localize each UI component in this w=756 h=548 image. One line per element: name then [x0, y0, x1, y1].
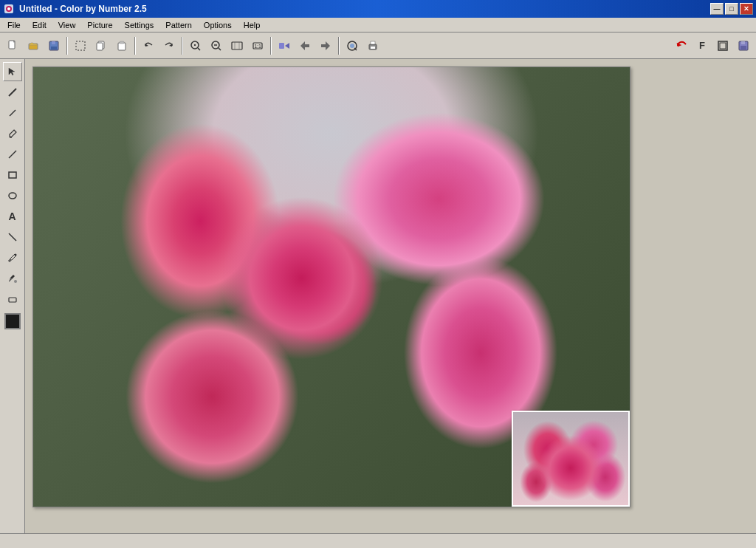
tool-eyedropper[interactable]	[3, 248, 22, 267]
tool-paste[interactable]	[112, 36, 131, 55]
svg-rect-8	[76, 41, 85, 50]
tool-brush[interactable]	[3, 124, 22, 143]
tool-diagonal[interactable]	[3, 227, 22, 247]
separator-4	[270, 37, 272, 55]
undo-red-button[interactable]	[672, 36, 691, 55]
redo-button[interactable]	[159, 36, 179, 55]
separator-3	[182, 37, 183, 55]
separator-2	[134, 37, 136, 55]
title-bar-left: Untitled - Color by Number 2.5	[3, 3, 147, 15]
left-toolbar: A	[0, 59, 25, 533]
save-alt-button[interactable]	[734, 36, 753, 55]
svg-line-47	[9, 233, 16, 241]
menu-edit[interactable]: Edit	[27, 19, 52, 31]
move-left-button[interactable]	[295, 36, 315, 55]
separator-1	[66, 37, 68, 55]
svg-rect-39	[741, 41, 745, 44]
svg-rect-12	[120, 41, 124, 44]
svg-marker-28	[321, 41, 330, 50]
svg-marker-27	[300, 41, 309, 50]
menu-settings[interactable]: Settings	[119, 19, 160, 31]
svg-marker-26	[285, 43, 289, 49]
menu-view[interactable]: View	[52, 19, 82, 31]
svg-rect-10	[97, 43, 103, 50]
tool-rectangle[interactable]	[3, 165, 22, 185]
menu-pattern[interactable]: Pattern	[159, 19, 197, 31]
thumbnail-preview	[512, 411, 630, 507]
zoom-100-button[interactable]: 1:1	[248, 36, 267, 55]
svg-rect-36	[720, 43, 726, 49]
svg-point-2	[7, 7, 10, 10]
tool-dotted-rect[interactable]	[71, 36, 90, 55]
close-button[interactable]: ✕	[740, 3, 753, 15]
save-button[interactable]	[44, 36, 63, 55]
svg-line-44	[9, 151, 16, 158]
canvas-container	[32, 66, 630, 507]
print-button[interactable]	[363, 36, 382, 55]
svg-rect-33	[371, 41, 375, 44]
svg-point-49	[14, 280, 17, 283]
zoom-in-button[interactable]	[186, 36, 205, 55]
zoom-rect-button[interactable]	[227, 36, 247, 55]
svg-line-19	[219, 48, 221, 50]
svg-rect-34	[371, 47, 375, 49]
svg-rect-20	[232, 42, 242, 49]
svg-rect-50	[9, 298, 16, 302]
menu-help[interactable]: Help	[238, 19, 267, 31]
menu-file[interactable]: File	[1, 19, 27, 31]
svg-rect-11	[118, 43, 126, 50]
tool-eraser[interactable]	[3, 290, 22, 309]
title-text: Untitled - Color by Number 2.5	[19, 4, 147, 14]
svg-line-16	[198, 48, 200, 50]
main-canvas[interactable]	[32, 66, 630, 507]
tool-text[interactable]: A	[3, 207, 22, 226]
minimize-button[interactable]: —	[710, 3, 724, 15]
select-all-button[interactable]	[275, 36, 294, 55]
new-button[interactable]	[3, 36, 22, 55]
zoom-fit-button[interactable]	[343, 36, 362, 55]
color-swatch[interactable]	[4, 313, 21, 329]
window-controls: — □ ✕	[710, 3, 753, 15]
menu-bar: File Edit View Picture Settings Pattern …	[0, 18, 756, 32]
svg-text:1:1: 1:1	[254, 44, 261, 49]
tool-copy[interactable]	[92, 36, 111, 55]
svg-point-48	[14, 254, 16, 256]
fit-window-button[interactable]	[713, 36, 732, 55]
open-button[interactable]	[24, 36, 43, 55]
canvas-area[interactable]	[25, 59, 756, 533]
svg-rect-45	[9, 172, 16, 178]
svg-point-30	[350, 44, 354, 48]
svg-rect-7	[52, 41, 55, 44]
f-button[interactable]: F	[693, 36, 712, 55]
app-icon	[3, 3, 15, 15]
menu-picture[interactable]: Picture	[81, 19, 118, 31]
toolbar: 1:1 F	[0, 32, 756, 59]
maximize-button[interactable]: □	[725, 3, 738, 15]
tool-pencil[interactable]	[3, 103, 22, 123]
menu-options[interactable]: Options	[198, 19, 238, 31]
svg-rect-25	[279, 43, 284, 49]
separator-5	[338, 37, 340, 55]
tool-fill[interactable]	[3, 269, 22, 288]
svg-rect-38	[740, 46, 746, 49]
svg-line-40	[9, 89, 16, 96]
tool-ellipse[interactable]	[3, 186, 22, 205]
title-bar: Untitled - Color by Number 2.5 — □ ✕	[0, 0, 756, 18]
tool-line[interactable]	[3, 83, 22, 102]
move-right-button[interactable]	[316, 36, 335, 55]
flower-image	[33, 67, 630, 507]
undo-button[interactable]	[139, 36, 158, 55]
status-bar	[0, 533, 756, 548]
tool-select[interactable]	[3, 62, 22, 81]
svg-point-46	[9, 193, 16, 199]
svg-rect-6	[51, 47, 57, 49]
zoom-out-button[interactable]	[207, 36, 226, 55]
main-area: A	[0, 59, 756, 533]
tool-ruler[interactable]	[3, 145, 22, 164]
toolbar-right: F	[672, 36, 753, 55]
